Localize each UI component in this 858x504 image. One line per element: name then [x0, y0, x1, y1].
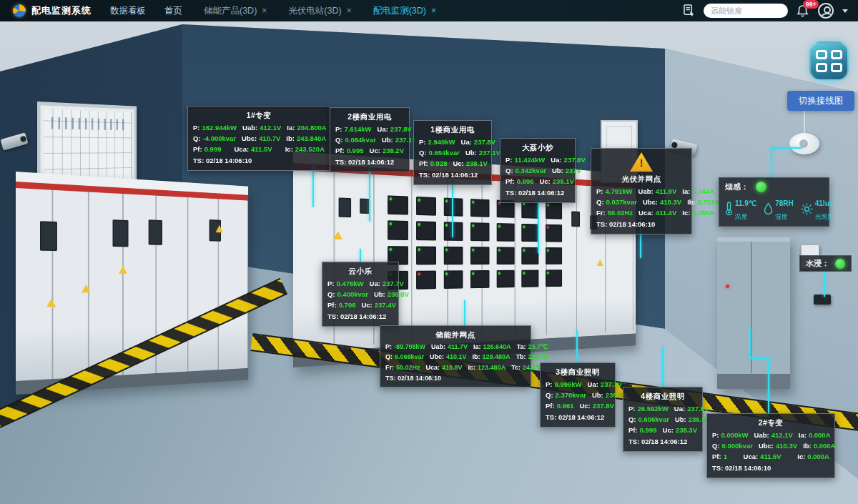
metric-cell: Ubc:410.3V	[643, 197, 681, 207]
metric-label: P:	[335, 125, 342, 133]
meter-cell	[546, 270, 562, 287]
metric-label: Ubc:	[242, 134, 257, 142]
document-icon[interactable]	[684, 4, 695, 17]
metric-label: Ic:	[285, 145, 293, 153]
metric-value: 26.592kW	[638, 405, 669, 412]
illuminance-value: 41lux	[815, 199, 834, 207]
metric-value: 410.8V	[442, 364, 463, 371]
search-input[interactable]	[711, 6, 781, 15]
metric-value: 238.1V	[553, 177, 574, 185]
meter-cell	[416, 270, 436, 289]
metric-label: Ic:	[682, 209, 690, 217]
switch-wiring-diagram-button[interactable]: 切换接线图	[787, 91, 854, 111]
metric-label: P:	[419, 138, 426, 146]
connector-line	[749, 327, 751, 357]
tab-power-3d[interactable]: 配电监测(3D)×	[373, 5, 436, 17]
connector-line	[464, 300, 465, 325]
data-panel-floor3-lighting[interactable]: 3楼商业照明P:9.996kWUa:237.7VQ:2.370kvarUb:23…	[540, 362, 616, 428]
metric-cell: P:4.791kW	[596, 186, 633, 197]
water-sensor-panel[interactable]: 水浸：	[799, 255, 852, 272]
metric-label: Ic:	[797, 453, 805, 460]
metric-value: 129.480A	[483, 353, 511, 360]
data-panel-floor2-commercial[interactable]: 2楼商业用电P:7.614kWUa:237.8VQ:0.084kvarUb:23…	[330, 107, 410, 172]
metric-cell: Ub:236.8V	[374, 289, 409, 300]
cabinet-right-end[interactable]	[717, 237, 790, 389]
metric-value: 237.8V	[474, 138, 495, 146]
metric-value: 237.8V	[564, 156, 586, 164]
metric-value: 9.996kW	[555, 380, 582, 388]
tab-label: 光伏电站(3D)	[288, 5, 341, 17]
metric-label: Ub:	[675, 415, 686, 423]
metric-label: Ta:	[517, 343, 526, 350]
metric-label: Uc:	[370, 147, 380, 154]
metric-cell: Ua:237.8V	[551, 154, 585, 165]
metric-cell: Ic:0.000A	[797, 451, 829, 462]
metric-cell: Ib:0.000A	[803, 440, 835, 451]
tab-close-icon[interactable]: ×	[431, 6, 436, 16]
app-launcher-button[interactable]	[809, 41, 849, 81]
smoke-sensor-label: 烟感：	[725, 182, 749, 192]
metric-value: 411.9V	[656, 187, 677, 195]
metric-cell: P:-89.708kW	[385, 342, 425, 352]
metric-value: 23.9℃	[528, 353, 548, 360]
metric-cell: Ubc:410.3V	[759, 440, 797, 451]
metric-cell: Fr:50.02Hz	[385, 362, 420, 372]
tab-close-icon[interactable]: ×	[347, 6, 352, 16]
metric-cell: Q:-4.000kvar	[193, 133, 236, 144]
menu-item-dashboard[interactable]: 数据看板	[110, 5, 146, 17]
humidity-label: 湿度	[775, 213, 787, 220]
machine-room-3d-scene[interactable]: 1#专变P:162.944kWUab:412.1VIa:204.800AQ:-4…	[0, 21, 858, 504]
metric-cell: Uc:237.4V	[361, 300, 395, 310]
search-box	[704, 4, 788, 18]
metric-label: Uc:	[361, 301, 372, 309]
metric-value: 0.000A	[814, 442, 836, 450]
metric-value: 236.8V	[388, 290, 409, 298]
metric-cell: Uab:411.7V	[431, 342, 468, 352]
menu-item-home[interactable]: 首页	[164, 5, 182, 17]
panel-row: Q:0.037kvarUbc:410.3VIb:6.722A	[596, 197, 686, 207]
metric-value: 237.7V	[601, 380, 622, 388]
metric-cell: Ib:243.840A	[286, 133, 326, 144]
metric-cell: Uca:411.4V	[638, 207, 676, 218]
metric-label: Ubc:	[430, 353, 444, 360]
metric-cell: Q:0.084kvar	[335, 134, 376, 145]
panel-row: Q:0.342kvarUb:237V	[506, 165, 570, 176]
tab-pv-3d[interactable]: 光伏电站(3D)×	[288, 5, 351, 17]
metric-cell: Q:0.606kvar	[628, 414, 669, 425]
panel-title: 光伏并网点	[596, 173, 686, 185]
metric-label: Uca:	[744, 453, 759, 460]
data-panel-floor4-lighting[interactable]: 4楼商业照明P:26.592kWUa:237.8VQ:0.606kvarUb:2…	[623, 387, 703, 452]
env-sensor-panel[interactable]: 烟感： 11.9℃温度 78RH湿度 41lux光照度	[719, 177, 829, 227]
panel-title: 储能并网点	[385, 329, 526, 341]
metric-label: Tc:	[511, 364, 521, 371]
metric-value: 0.995	[347, 147, 364, 154]
user-avatar[interactable]	[818, 3, 834, 19]
chevron-down-icon[interactable]	[842, 9, 848, 13]
tab-storage-3d[interactable]: 储能产品(3D)×	[204, 5, 267, 17]
metric-value: 7.614kW	[345, 125, 372, 133]
data-panel-pv-grid-point[interactable]: 光伏并网点P:4.791kWUab:411.9VIa:6.744AQ:0.037…	[591, 148, 692, 234]
data-panel-transformer-2[interactable]: 2#专变P:0.000kWUab:412.1VIa:0.000AQ:0.000k…	[706, 413, 835, 478]
metric-label: Ubc:	[643, 198, 658, 206]
metric-cell: Pf:0.706	[327, 300, 355, 310]
meter-cell	[470, 270, 489, 288]
metric-value: 412.1V	[260, 124, 281, 132]
temperature-value: 11.9℃	[735, 199, 756, 207]
panel-title: 3楼商业照明	[546, 366, 610, 378]
metric-label: Ub:	[592, 391, 603, 399]
data-panel-transformer-1[interactable]: 1#专变P:162.944kWUab:412.1VIa:204.800AQ:-4…	[187, 106, 330, 171]
metric-value: 126.640A	[483, 343, 511, 350]
panel-row: Q:6.068kvarUbc:410.1VIb:129.480ATb:23.9℃	[385, 352, 526, 362]
notification-bell[interactable]: 99+	[797, 4, 809, 17]
data-panel-floor1-commercial[interactable]: 1楼商业用电P:2.940kWUa:237.8VQ:0.654kvarUb:23…	[413, 120, 492, 185]
data-panel-storage-grid-point[interactable]: 储能并网点P:-89.708kWUab:411.7VIa:126.640ATa:…	[380, 325, 531, 387]
metric-label: Ib:	[687, 198, 696, 206]
data-panel-yun-xiaole[interactable]: 云小乐P:0.476kWUa:237.7VQ:0.400kvarUb:236.8…	[322, 262, 399, 327]
connector-line	[771, 147, 772, 177]
metric-label: Ib:	[473, 353, 480, 360]
data-panel-dali-xiaochao[interactable]: 大荔小炒P:11.424kWUa:237.8VQ:0.342kvarUb:237…	[500, 138, 576, 203]
connector-line	[824, 271, 825, 297]
metric-cell: Uca:411.5V	[744, 451, 781, 462]
metric-value: 237.8V	[390, 125, 412, 133]
tab-close-icon[interactable]: ×	[262, 6, 267, 16]
